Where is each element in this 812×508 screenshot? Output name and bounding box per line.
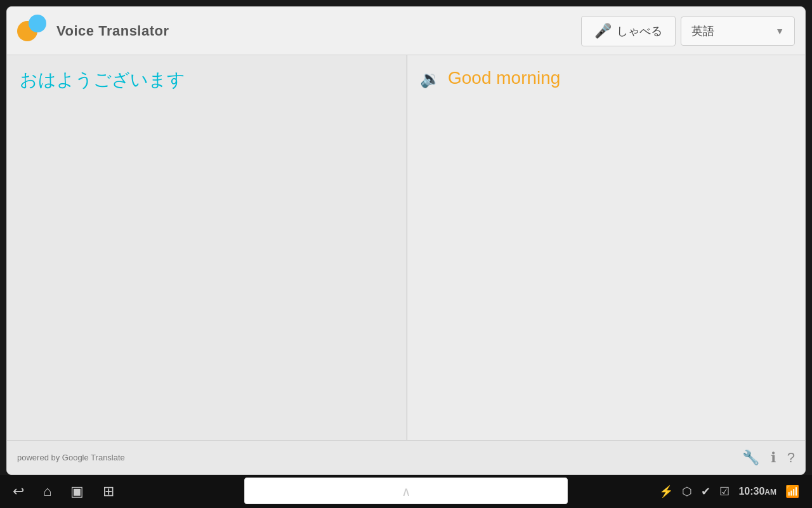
- speak-button[interactable]: 🎤 しゃべる: [581, 16, 676, 46]
- footer-icons: 🔧 ℹ ?: [742, 450, 795, 466]
- language-selector[interactable]: 英語 ▼: [681, 17, 795, 46]
- check-circle-icon: ✔: [701, 485, 710, 498]
- up-button[interactable]: ∧: [402, 485, 411, 498]
- left-panel: おはようございます: [7, 55, 407, 440]
- header: Voice Translator 🎤 しゃべる 英語 ▼: [7, 7, 805, 55]
- right-panel: 🔉 Good morning: [407, 55, 805, 440]
- bubble-blue-icon: [29, 15, 46, 32]
- home-button[interactable]: ⌂: [43, 483, 51, 500]
- header-controls: 🎤 しゃべる 英語 ▼: [581, 16, 795, 46]
- signal-icon: 📶: [785, 485, 799, 498]
- speaker-icon[interactable]: 🔉: [420, 69, 440, 89]
- recent-apps-button[interactable]: ▣: [70, 483, 84, 500]
- time-display: 10:30AM: [738, 486, 776, 497]
- help-icon[interactable]: ?: [787, 450, 795, 466]
- translated-text: Good morning: [448, 68, 560, 88]
- wrench-icon[interactable]: 🔧: [742, 450, 759, 466]
- content-area: おはようございます 🔉 Good morning: [7, 55, 805, 440]
- logo-area: Voice Translator: [17, 15, 169, 48]
- back-button[interactable]: ↩: [13, 483, 24, 500]
- nav-right: ⚡ ⬡ ✔ ☑ 10:30AM 📶: [659, 485, 799, 498]
- resize-button[interactable]: ⊞: [103, 483, 114, 500]
- nav-left: ↩ ⌂ ▣ ⊞: [13, 483, 114, 500]
- usb-icon: ⚡: [659, 485, 673, 498]
- check-square-icon: ☑: [719, 485, 730, 498]
- speak-label: しゃべる: [617, 23, 662, 39]
- nav-center: ∧: [402, 484, 411, 499]
- app-window: Voice Translator 🎤 しゃべる 英語 ▼ おはようございます 🔉…: [6, 6, 806, 475]
- chevron-down-icon: ▼: [775, 26, 784, 36]
- microphone-icon: 🎤: [594, 23, 612, 39]
- footer: powered by Google Translate 🔧 ℹ ?: [7, 440, 805, 474]
- logo-icon: [17, 15, 50, 48]
- info-icon[interactable]: ℹ: [771, 450, 776, 466]
- android-icon: ⬡: [682, 485, 692, 498]
- japanese-text: おはようございます: [20, 70, 185, 90]
- language-label: 英語: [691, 23, 714, 39]
- app-title: Voice Translator: [56, 23, 169, 39]
- powered-by-text: powered by Google Translate: [17, 453, 125, 462]
